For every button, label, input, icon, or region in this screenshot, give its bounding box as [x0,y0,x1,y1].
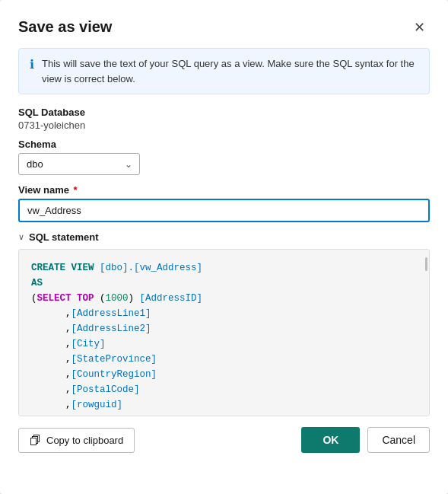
schema-group: Schema dbo ⌄ [18,139,430,175]
schema-select-wrapper: dbo ⌄ [18,153,140,175]
sql-line-10: ,[rowguid] [31,397,417,413]
copy-to-clipboard-button[interactable]: 🗍 Copy to clipboard [18,428,135,453]
sql-line-1: CREATE VIEW [dbo].[vw_Address] [31,260,417,276]
sql-line-2: AS [31,276,417,291]
dialog-title: Save as view [18,18,112,36]
sql-line-9: ,[PostalCode] [31,382,417,397]
info-banner: ℹ This will save the text of your SQL qu… [18,48,430,94]
dialog-actions: OK Cancel [301,427,430,453]
ok-button[interactable]: OK [301,427,360,453]
required-indicator: * [71,184,78,196]
sql-section-label: SQL statement [29,231,99,243]
cancel-button[interactable]: Cancel [367,427,430,453]
sql-line-8: ,[CountryRegion] [31,367,417,382]
sql-line-5: ,[AddressLine2] [31,321,417,336]
sql-line-3: (SELECT TOP (1000) [AddressID] [31,291,417,306]
sql-statement-box[interactable]: CREATE VIEW [dbo].[vw_Address] AS (SELEC… [18,249,430,416]
clipboard-icon: 🗍 [30,434,41,447]
schema-select[interactable]: dbo [18,153,140,175]
scrollbar [425,257,427,271]
copy-label: Copy to clipboard [46,435,123,446]
schema-label: Schema [18,139,430,150]
banner-text: This will save the text of your SQL quer… [42,56,418,86]
close-button[interactable]: ✕ [409,19,430,36]
sql-section-toggle[interactable]: ∨ SQL statement [18,231,430,243]
viewname-input[interactable] [18,199,430,222]
info-icon: ℹ [30,57,34,72]
viewname-group: View name * [18,184,430,222]
dialog-header: Save as view ✕ [18,18,430,36]
dialog-footer: 🗍 Copy to clipboard OK Cancel [18,427,430,453]
sql-line-7: ,[StateProvince] [31,352,417,367]
db-label: SQL Database [18,107,430,118]
save-as-view-dialog: Save as view ✕ ℹ This will save the text… [0,0,448,494]
sql-line-11: ,[ModifiedDate] [31,413,417,416]
chevron-down-icon: ∨ [18,232,24,242]
sql-line-4: ,[AddressLine1] [31,306,417,321]
sql-line-6: ,[City] [31,336,417,352]
viewname-label: View name * [18,184,430,196]
db-value: 0731-yoleichen [18,120,430,131]
